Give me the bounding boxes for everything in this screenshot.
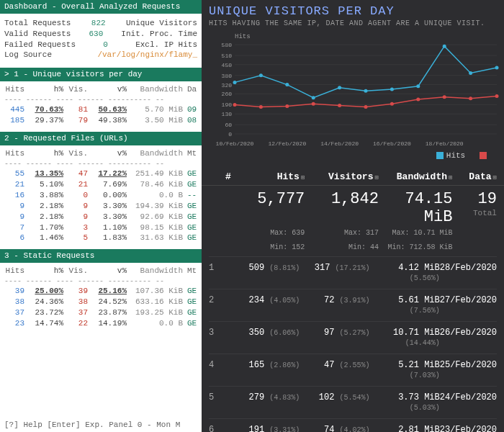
info-value: 0 (103, 40, 108, 50)
help-footer[interactable]: [?] Help [Enter] Exp. Panel 0 - Mon M (0, 418, 202, 432)
svg-text:580: 580 (222, 42, 233, 48)
svg-text:320: 320 (222, 82, 233, 89)
report-panel: UNIQUE VISITORS PER DAY HITS HAVING THE … (202, 0, 504, 432)
svg-text:450: 450 (222, 62, 233, 68)
total-visitors: 1,842 (331, 190, 379, 208)
total-bw: 74.15 MiB (405, 190, 452, 226)
log-source: /var/log/nginx/flamy_ (97, 50, 197, 60)
svg-text:130: 130 (222, 111, 233, 117)
table-row[interactable]: 3723.72%3723.87%193.25 KiBGE (4, 307, 197, 318)
section-table: Hitsh%Vis.v%BandwidthDa---- ------ ---- … (0, 81, 202, 129)
svg-point-41 (364, 105, 368, 109)
section-title[interactable]: 3 - Static Requests (0, 249, 202, 263)
section-title[interactable]: > 1 - Unique visitors per day (0, 68, 202, 81)
legend-swatch-visitors (480, 152, 487, 159)
svg-text:18/Feb/2020: 18/Feb/2020 (426, 140, 464, 147)
svg-point-26 (259, 73, 263, 77)
svg-point-40 (338, 104, 341, 107)
section-title[interactable]: 2 - Requested Files (URLs) (0, 132, 202, 145)
line-chart[interactable]: Hits 06013019026032038045051058010/Feb/2… (202, 33, 504, 148)
terminal-panel: Dashboard - Overall Analyzed Requests To… (0, 0, 202, 432)
table-row[interactable]: 5279 (4.83%)102 (5.54%)3.73 MiB (5.03%)2… (209, 386, 497, 418)
total-data: 19 (478, 190, 497, 208)
chart-ylabel: Hits (235, 33, 497, 40)
svg-text:14/Feb/2020: 14/Feb/2020 (320, 140, 359, 147)
table-row[interactable]: 3350 (6.06%)97 (5.27%)10.71 MiB (14.44%)… (209, 321, 497, 354)
section-table: Hitsh%Vis.v%BandwidthMt---- ------ ---- … (0, 263, 202, 332)
overall-info: Total Requests822Unique Visitors Valid R… (0, 14, 202, 65)
table-row[interactable]: 4165 (2.86%)47 (2.55%)5.21 MiB (7.03%)25… (209, 354, 497, 386)
svg-text:380: 380 (222, 73, 233, 79)
table-row[interactable]: 6191 (3.31%)74 (4.02%)2.81 MiB (3.79%)23… (209, 418, 497, 432)
svg-text:190: 190 (222, 102, 233, 108)
table-row[interactable]: 92.18%93.30%194.39 KiBGE (4, 201, 197, 212)
table-row[interactable]: 163.88%00.00%0.0 B-- (4, 190, 197, 201)
panel-title: UNIQUE VISITORS PER DAY (202, 0, 504, 19)
col-hits[interactable]: Hits⊞ (231, 171, 305, 182)
summary-max: Max: 639 Max: 317 Max: 10.71 MiB (202, 228, 504, 242)
svg-point-42 (390, 102, 394, 106)
expand-icon[interactable]: ⊞ (493, 174, 497, 181)
legend-label-hits: Hits (446, 151, 465, 160)
legend-swatch-hits (436, 152, 444, 159)
table-row[interactable]: 92.18%93.30%92.69 KiBGE (4, 212, 197, 222)
table-row[interactable]: 3824.36%3824.52%633.16 KiBGE (4, 297, 197, 307)
svg-point-33 (443, 45, 446, 48)
svg-point-31 (390, 88, 394, 91)
summary-header: # Hits⊞ Visitors⊞ Bandwidth⊞ Data⊞ (202, 166, 504, 186)
svg-point-30 (364, 89, 368, 93)
table-row[interactable]: 2234 (4.05%)72 (3.91%)5.61 MiB (7.56%)27… (209, 289, 497, 321)
info-value: 822 (91, 18, 106, 29)
table-row[interactable]: 18529.37%7949.38%3.50 MiB08 (4, 115, 197, 126)
section-table: Hitsh%Vis.v%BandwidthMt---- ------ ---- … (0, 145, 202, 246)
chart-svg: 06013019026032038045051058010/Feb/202012… (209, 40, 504, 148)
svg-point-27 (285, 83, 289, 86)
info-label2: Excl. IP Hits (135, 40, 197, 50)
table-row[interactable]: 61.46%51.83%31.63 KiBGE (4, 233, 197, 243)
svg-point-44 (443, 95, 446, 99)
svg-point-46 (495, 94, 499, 98)
total-hits: 5,777 (257, 190, 305, 208)
svg-point-35 (495, 66, 499, 70)
svg-text:260: 260 (222, 91, 233, 97)
svg-point-45 (469, 96, 472, 100)
data-rows: 1509 (8.81%)317 (17.21%)4.12 MiB (5.56%)… (202, 256, 504, 432)
summary-min: Min: 152 Min: 44 Min: 712.58 KiB (202, 242, 504, 256)
table-row[interactable]: 215.10%217.69%78.46 KiBGE (4, 179, 197, 190)
svg-point-43 (416, 97, 420, 101)
svg-text:12/Feb/2020: 12/Feb/2020 (268, 140, 306, 147)
svg-text:10/Feb/2020: 10/Feb/2020 (216, 140, 254, 147)
svg-point-34 (469, 71, 472, 75)
svg-point-36 (233, 103, 237, 107)
info-value: 630 (89, 29, 103, 40)
info-label2: Unique Visitors (126, 18, 197, 29)
info-label: Total Requests (4, 18, 71, 29)
dashboard-header: Dashboard - Overall Analyzed Requests (0, 0, 202, 14)
table-row[interactable]: 2314.74%2214.19%0.0 BGE (4, 318, 197, 329)
svg-point-29 (338, 86, 341, 89)
table-row[interactable]: 1509 (8.81%)317 (17.21%)4.12 MiB (5.56%)… (209, 256, 497, 289)
table-row[interactable]: 71.70%31.10%98.15 KiBGE (4, 222, 197, 233)
col-num: # (209, 171, 231, 182)
table-row[interactable]: 5513.35%4717.22%251.49 KiBGE (4, 168, 197, 179)
table-row[interactable]: 44570.63%8150.63%5.70 MiB09 (4, 104, 197, 115)
svg-text:0: 0 (228, 131, 232, 138)
info-label: Valid Requests (4, 29, 71, 40)
svg-point-32 (416, 84, 420, 88)
info-label: Log Source (4, 50, 52, 60)
chart-legend: Hits (202, 148, 504, 166)
summary-totals: 5,777 1,842 74.15 MiB 19 Total (202, 186, 504, 228)
col-data[interactable]: Data⊞ (452, 171, 497, 182)
svg-text:510: 510 (222, 53, 233, 59)
panel-subtitle: HITS HAVING THE SAME IP, DATE AND AGENT … (202, 19, 504, 33)
svg-point-37 (259, 105, 263, 109)
svg-point-28 (312, 96, 315, 99)
svg-text:60: 60 (225, 122, 232, 128)
table-row[interactable]: 3925.00%3925.16%107.36 KiBGE (4, 286, 197, 297)
col-visitors[interactable]: Visitors⊞ (305, 171, 379, 182)
svg-point-38 (285, 104, 289, 108)
svg-point-39 (312, 102, 315, 106)
svg-text:16/Feb/2020: 16/Feb/2020 (373, 140, 411, 147)
info-label: Failed Requests (4, 40, 76, 50)
col-bandwidth[interactable]: Bandwidth⊞ (379, 171, 453, 182)
